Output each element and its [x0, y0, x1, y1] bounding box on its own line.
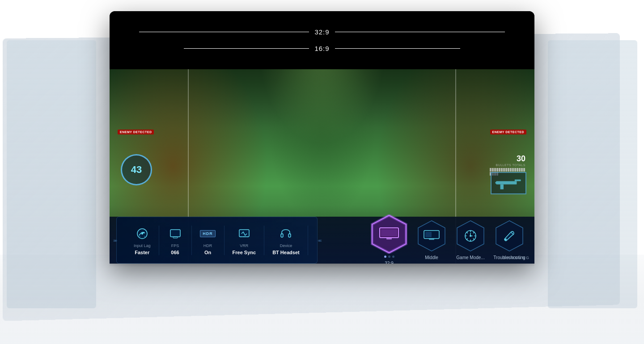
fps-counter: 43 [121, 154, 152, 185]
hex-game-mode-shape [454, 220, 487, 252]
deco-arrows-right: «« [318, 238, 320, 243]
hex-game-mode-label: Game Mode... [456, 255, 484, 260]
svg-point-27 [505, 239, 507, 240]
svg-rect-22 [429, 239, 434, 240]
svg-rect-1 [515, 180, 521, 181]
device-value: BT Headset [272, 250, 300, 255]
game-screen: 43 ENEMY DETECTED ENEMY DETECTED 30 BULL… [110, 69, 534, 264]
svg-rect-21 [425, 232, 432, 237]
aspect-ratio-area: 32:9 16:9 [110, 11, 534, 69]
device-label: Device [280, 243, 292, 248]
game-bar: »» [110, 217, 534, 264]
hex-32-9-dots [384, 256, 394, 258]
stat-input-lag[interactable]: Input Lag Faster [126, 226, 159, 255]
svg-rect-12 [281, 234, 283, 237]
aspect-16-9-label: 16:9 [314, 45, 329, 52]
enemy-detected-left: ENEMY DETECTED [118, 130, 154, 134]
hex-item-middle[interactable]: Middle [415, 220, 448, 260]
svg-rect-13 [288, 234, 291, 237]
hdr-icon: HDR [200, 226, 216, 242]
svg-rect-17 [381, 229, 397, 236]
samsung-logo: SAMSUNG [503, 256, 530, 260]
bullets-count: 30 [490, 154, 525, 164]
stat-fps[interactable]: FPS 066 [159, 226, 192, 255]
vrr-icon [236, 226, 252, 242]
scene-wrapper: 32:9 16:9 43 ENEMY [0, 0, 644, 344]
hex-panel: 32:9 [318, 214, 534, 264]
hex-item-32-9[interactable]: 32:9 [369, 214, 409, 264]
glass-panel-right [548, 40, 637, 308]
svg-rect-18 [386, 238, 392, 239]
ground-reflection [0, 255, 644, 344]
hex-troubleshooting-shape [493, 220, 525, 252]
fps-value: 43 [131, 164, 142, 176]
glass-panel-left [7, 40, 96, 308]
bullets-label: BULLETS TOTALS [490, 164, 525, 167]
hdr-value: On [204, 250, 211, 255]
aspect-32-9-line: 32:9 [139, 28, 504, 36]
input-lag-value: Faster [135, 250, 149, 255]
deco-arrows-left: »» [113, 238, 116, 243]
svg-point-25 [470, 235, 471, 237]
hdr-badge: HDR [200, 230, 216, 237]
fps-icon [167, 226, 183, 242]
aspect-16-9-line: 16:9 [184, 45, 460, 52]
hex-middle-shape [415, 220, 448, 252]
vrr-label: VRR [240, 243, 248, 248]
aspect-32-9-label: 32:9 [314, 28, 329, 36]
stats-panel: »» [116, 217, 318, 264]
fps-stat-value: 066 [171, 250, 179, 255]
hex-item-troubleshooting[interactable]: Troubleshooting [493, 220, 525, 260]
fps-stat-label: FPS [171, 243, 179, 248]
hex-32-9-label: 32:9 [385, 260, 393, 264]
svg-rect-10 [173, 237, 178, 238]
hdr-label: HDR [203, 243, 212, 248]
input-lag-label: Input Lag [134, 243, 151, 248]
hex-middle-label: Middle [425, 255, 438, 260]
svg-rect-2 [500, 185, 504, 189]
svg-rect-9 [170, 230, 180, 237]
speedometer-icon [134, 226, 150, 242]
headset-icon [278, 226, 294, 242]
stat-vrr[interactable]: VRR Free Sync [225, 226, 265, 255]
svg-rect-0 [496, 181, 517, 184]
vrr-value: Free Sync [233, 250, 256, 255]
weapon-display [491, 172, 526, 194]
hex-32-9-shape [369, 214, 409, 254]
enemy-detected-right: ENEMY DETECTED [490, 130, 526, 134]
stat-device[interactable]: Device BT Headset [264, 226, 308, 255]
game-background: 43 ENEMY DETECTED ENEMY DETECTED 30 BULL… [110, 69, 534, 264]
svg-rect-3 [496, 182, 498, 184]
hex-item-game-mode[interactable]: Game Mode... [454, 220, 487, 260]
tv-frame: 32:9 16:9 43 ENEMY [110, 11, 534, 264]
stat-hdr[interactable]: HDR HDR On [192, 226, 225, 255]
